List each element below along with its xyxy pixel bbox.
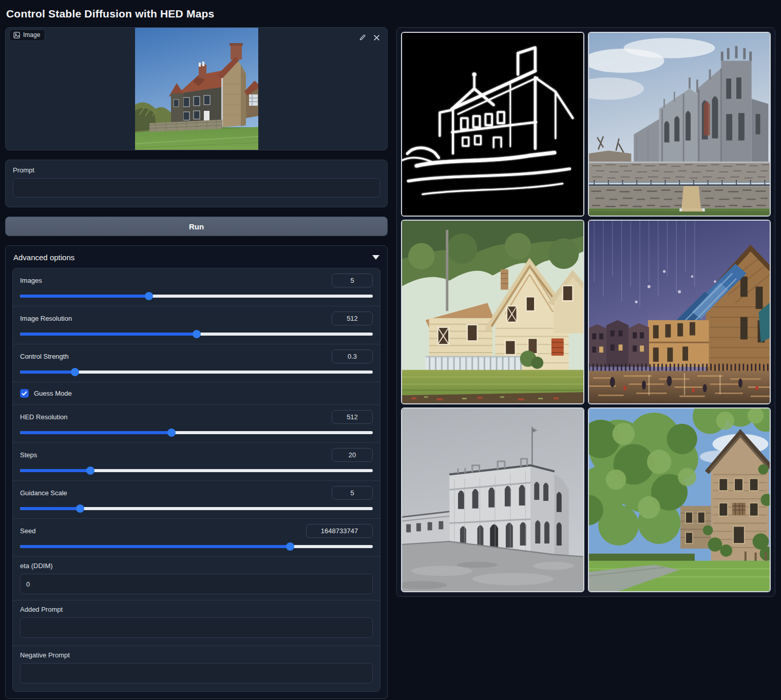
impressionist-dusk-image — [589, 221, 770, 403]
input-image-panel: Image — [5, 27, 388, 150]
prompt-label: Prompt — [13, 166, 380, 174]
slider-handle[interactable] — [76, 504, 84, 513]
hed-resolution-slider-block: HED Resolution — [13, 405, 380, 443]
gallery-item-stone-house[interactable] — [588, 407, 771, 592]
image-resolution-label: Image Resolution — [20, 315, 72, 322]
steps-number-input[interactable] — [332, 448, 373, 462]
guess-mode-label: Guess Mode — [34, 390, 72, 397]
gallery-item-wooden-house[interactable] — [401, 220, 584, 404]
guidance-scale-label: Guidance Scale — [20, 489, 67, 497]
seed-label: Seed — [20, 527, 35, 535]
control-strength-slider[interactable] — [20, 368, 373, 376]
added-prompt-input[interactable] — [20, 617, 373, 638]
prompt-panel: Prompt — [5, 160, 388, 207]
hed-resolution-label: HED Resolution — [20, 413, 68, 421]
image-label: Image — [23, 31, 40, 38]
images-slider[interactable] — [20, 292, 373, 300]
checkbox-checked-box — [20, 389, 29, 398]
images-label: Images — [20, 277, 42, 284]
gallery-item-cathedral[interactable] — [588, 32, 771, 217]
page-title: Control Stable Diffusion with HED Maps — [0, 0, 781, 27]
slider-track — [20, 507, 373, 510]
results-column — [396, 27, 775, 597]
output-gallery — [396, 27, 775, 597]
slider-fill — [20, 469, 90, 472]
seed-number-input[interactable] — [306, 524, 373, 538]
gallery-item-bw-building[interactable] — [401, 407, 584, 592]
image-actions — [357, 32, 382, 43]
eta-label: eta (DDIM) — [20, 562, 373, 570]
image-resolution-slider[interactable] — [20, 330, 373, 338]
main-columns: Image — [0, 27, 781, 699]
image-icon — [13, 32, 20, 38]
gallery-item-hed-map[interactable] — [401, 32, 584, 217]
bw-building-image — [402, 409, 583, 591]
chevron-down-icon — [372, 255, 379, 260]
slider-fill — [20, 545, 290, 548]
image-resolution-number-input[interactable] — [332, 312, 373, 325]
checkmark-icon — [22, 391, 27, 396]
slider-handle[interactable] — [286, 542, 294, 551]
images-slider-block: Images — [13, 268, 380, 306]
slider-fill — [20, 295, 149, 298]
hed-edge-map-image — [402, 33, 583, 216]
slider-handle[interactable] — [145, 292, 153, 300]
added-prompt-block: Added Prompt — [13, 600, 380, 646]
advanced-options-accordion: Advanced options Images — [5, 245, 388, 699]
guess-mode-checkbox[interactable]: Guess Mode — [13, 382, 380, 405]
slider-fill — [20, 507, 80, 510]
advanced-options-header[interactable]: Advanced options — [12, 252, 380, 268]
guidance-scale-number-input[interactable] — [332, 486, 373, 500]
seed-slider-block: Seed — [13, 519, 380, 557]
controls-column: Image — [5, 27, 388, 699]
prompt-input[interactable] — [13, 178, 380, 198]
slider-track — [20, 469, 373, 472]
hed-resolution-number-input[interactable] — [332, 410, 373, 424]
clear-image-button[interactable] — [371, 32, 382, 43]
edit-image-button[interactable] — [357, 32, 368, 43]
pencil-icon — [359, 34, 366, 41]
control-strength-label: Control Strength — [20, 353, 69, 360]
guidance-scale-slider[interactable] — [20, 504, 373, 513]
control-strength-slider-block: Control Strength — [13, 344, 380, 382]
uploaded-image[interactable] — [135, 28, 258, 150]
slider-track — [20, 431, 373, 434]
guidance-scale-slider-block: Guidance Scale — [13, 481, 380, 519]
close-icon — [373, 34, 380, 41]
slider-track — [20, 545, 373, 548]
image-label-badge: Image — [9, 29, 45, 41]
slider-handle[interactable] — [167, 429, 176, 437]
slider-fill — [20, 333, 197, 336]
cathedral-image — [589, 33, 770, 216]
eta-input[interactable] — [20, 574, 373, 594]
added-prompt-label: Added Prompt — [20, 606, 373, 613]
slider-handle[interactable] — [193, 330, 201, 338]
house-photo-image — [135, 28, 258, 150]
gallery-item-impressionist[interactable] — [588, 220, 771, 404]
negative-prompt-label: Negative Prompt — [20, 651, 373, 659]
run-button[interactable]: Run — [5, 217, 388, 236]
steps-label: Steps — [20, 451, 37, 459]
seed-slider[interactable] — [20, 542, 373, 551]
slider-handle[interactable] — [71, 368, 79, 376]
images-number-input[interactable] — [332, 274, 373, 287]
stone-house-image — [589, 409, 770, 591]
wooden-house-image — [402, 221, 583, 403]
negative-prompt-block: Negative Prompt — [13, 646, 380, 691]
negative-prompt-input[interactable] — [20, 663, 373, 684]
advanced-options-group: Images Image Resolution — [12, 268, 380, 692]
control-strength-number-input[interactable] — [332, 349, 373, 363]
slider-fill — [20, 431, 172, 434]
hed-resolution-slider[interactable] — [20, 429, 373, 437]
eta-block: eta (DDIM) — [13, 557, 380, 600]
slider-track — [20, 295, 373, 298]
image-resolution-slider-block: Image Resolution — [13, 306, 380, 344]
slider-fill — [20, 371, 75, 374]
advanced-options-title: Advanced options — [13, 253, 74, 262]
slider-handle[interactable] — [86, 466, 94, 475]
steps-slider-block: Steps — [13, 443, 380, 481]
steps-slider[interactable] — [20, 466, 373, 475]
